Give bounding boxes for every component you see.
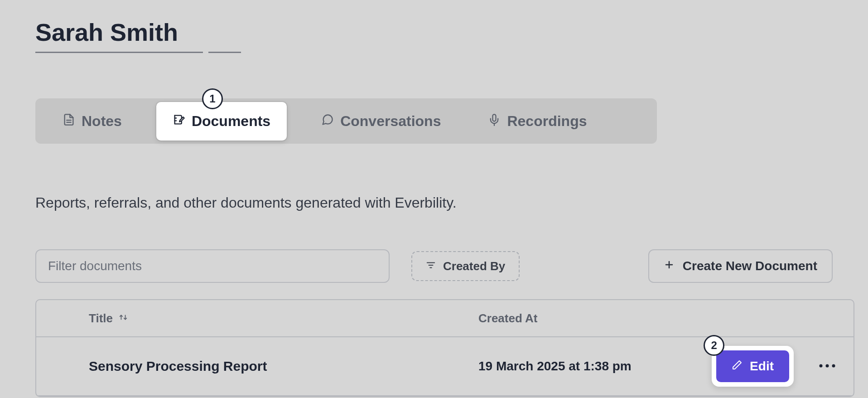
- message-circle-icon: [321, 113, 334, 130]
- tab-documents[interactable]: Documents: [156, 102, 287, 141]
- create-new-document-button[interactable]: Create New Document: [648, 249, 833, 283]
- document-created-at-cell: 19 March 2025 at 1:38 pm: [478, 359, 691, 374]
- documents-toolbar: Created By Create New Document: [35, 249, 833, 283]
- svg-point-11: [826, 364, 829, 367]
- documents-table: Title Created At Sensory Processing Repo…: [35, 299, 854, 397]
- created-by-label: Created By: [443, 259, 505, 273]
- tabs-bar: Notes Documents Conversations Recordings: [35, 98, 657, 144]
- create-new-document-label: Create New Document: [683, 259, 817, 273]
- documents-description: Reports, referrals, and other documents …: [35, 194, 833, 211]
- plus-icon: [664, 259, 675, 273]
- svg-point-10: [820, 364, 823, 367]
- edit-button[interactable]: Edit: [716, 350, 789, 382]
- row-actions: 2 Edit: [712, 346, 839, 387]
- column-header-created-at[interactable]: Created At: [478, 311, 691, 325]
- more-actions-button[interactable]: [815, 359, 839, 374]
- tab-documents-label: Documents: [192, 113, 270, 130]
- column-title-label: Title: [89, 311, 113, 325]
- svg-point-12: [832, 364, 835, 367]
- tab-conversations[interactable]: Conversations: [309, 106, 453, 137]
- tab-recordings[interactable]: Recordings: [475, 106, 599, 137]
- tab-recordings-label: Recordings: [507, 113, 587, 130]
- callout-badge-1: 1: [202, 88, 223, 109]
- tab-notes-label: Notes: [82, 113, 122, 130]
- document-title-cell[interactable]: Sensory Processing Report: [89, 359, 478, 374]
- microphone-icon: [488, 113, 501, 130]
- sort-icon: [118, 311, 128, 325]
- tab-notes[interactable]: Notes: [50, 106, 135, 137]
- notebook-pen-icon: [173, 113, 185, 130]
- page-title: Sarah Smith: [35, 18, 241, 53]
- pencil-icon: [732, 359, 743, 374]
- created-by-filter-button[interactable]: Created By: [411, 251, 520, 281]
- callout-badge-2: 2: [704, 335, 724, 356]
- file-text-icon: [63, 113, 75, 130]
- filter-documents-input[interactable]: [35, 249, 390, 283]
- ellipsis-icon: [819, 363, 835, 370]
- title-underline: [35, 52, 241, 53]
- table-header: Title Created At: [36, 300, 854, 337]
- column-header-title[interactable]: Title: [89, 311, 478, 325]
- tab-conversations-label: Conversations: [340, 113, 441, 130]
- table-row: Sensory Processing Report 19 March 2025 …: [36, 337, 854, 396]
- edit-button-label: Edit: [750, 359, 774, 374]
- filter-icon: [426, 259, 436, 273]
